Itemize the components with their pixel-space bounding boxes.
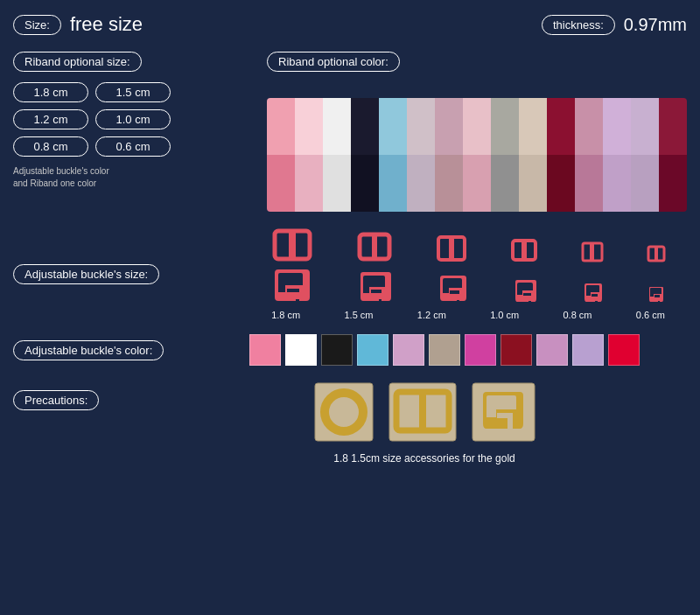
buckle-label-0-6: 0.6 cm — [636, 310, 665, 320]
stripe-10 — [519, 98, 547, 212]
svg-rect-13 — [378, 293, 384, 299]
gold-ring-icon — [313, 381, 374, 443]
gold-note-text: 1.8 1.5cm size accessories for the gold — [333, 452, 514, 465]
stripe-2 — [295, 98, 323, 212]
buckle-size-left: Adjustable buckle's size: — [13, 227, 241, 320]
gold-note: 1.8 1.5cm size accessories for the gold — [162, 450, 687, 465]
gold-g-buckle-icon — [471, 381, 536, 443]
buckle-top-row — [249, 227, 687, 262]
riband-size-left: Riband optional size: 1.8 cm 1.5 cm 1.2 … — [13, 52, 241, 212]
swatch-mauve[interactable] — [536, 334, 568, 366]
stripe-4 — [351, 98, 379, 212]
svg-rect-22 — [419, 392, 426, 430]
buckle-size-label: Adjustable buckle's size: — [13, 264, 159, 284]
thickness-info: thickness: 0.97mm — [542, 15, 687, 35]
stripe-5 — [379, 98, 407, 212]
buckle-g-1-0 — [513, 278, 539, 304]
buckle-color-section: Adjustable buckle's color: — [13, 334, 687, 366]
buckle-g-0-8 — [583, 282, 604, 304]
stripe-3 — [323, 98, 351, 212]
precautions-left: Precautions: — [13, 381, 153, 465]
svg-rect-5 — [449, 237, 454, 260]
riband-section: Riband optional size: 1.8 cm 1.5 cm 1.2 … — [13, 52, 687, 212]
swatch-tan[interactable] — [429, 334, 460, 366]
size-1-0[interactable]: 1.0 cm — [95, 109, 171, 129]
svg-rect-1 — [289, 231, 296, 259]
thickness-label: thickness: — [542, 15, 615, 35]
gold-accessories — [162, 381, 687, 443]
buckle-label-1-0: 1.0 cm — [490, 310, 519, 320]
buckle-g-0-6 — [648, 285, 665, 304]
buckle-color-swatches — [249, 334, 687, 366]
stripe-1 — [267, 98, 295, 212]
swatch-white[interactable] — [285, 334, 317, 366]
buckle-top-0-6 — [647, 245, 666, 262]
buckle-top-1-5 — [356, 231, 393, 262]
svg-rect-16 — [594, 297, 598, 301]
swatch-red[interactable] — [608, 334, 640, 366]
buckle-g-1-8 — [271, 266, 313, 304]
riband-color-right: Riband optional color: — [267, 52, 687, 212]
size-1-2[interactable]: 1.2 cm — [13, 109, 88, 129]
stripe-14 — [631, 98, 659, 212]
buckle-size-labels: 1.8 cm 1.5 cm 1.2 cm 1.0 cm 0.8 cm 0.6 c… — [249, 310, 687, 320]
stripe-9 — [491, 98, 519, 212]
riband-color-header: Riband optional color: — [267, 52, 687, 72]
size-info: Size: free size — [13, 13, 143, 36]
svg-rect-7 — [522, 241, 527, 260]
swatch-magenta[interactable] — [465, 334, 496, 366]
svg-rect-15 — [528, 296, 533, 301]
size-1-8[interactable]: 1.8 cm — [13, 82, 88, 102]
buckle-top-1-2 — [436, 234, 467, 262]
buckle-bottom-row — [249, 266, 687, 304]
svg-rect-11 — [654, 247, 658, 261]
buckle-label-1-8: 1.8 cm — [271, 310, 300, 320]
gold-rect-buckle-icon — [388, 381, 458, 443]
top-row: Size: free size thickness: 0.97mm — [13, 13, 687, 36]
buckle-g-1-2 — [438, 273, 469, 304]
stripe-13 — [603, 98, 631, 212]
buckle-color-left: Adjustable buckle's color: — [13, 340, 241, 360]
buckle-top-0-8 — [581, 241, 604, 262]
stripe-6 — [407, 98, 435, 212]
svg-rect-17 — [657, 297, 661, 301]
precautions-right: 1.8 1.5cm size accessories for the gold — [162, 381, 687, 465]
riband-note: Adjustable buckle's color and Riband one… — [13, 165, 241, 190]
swatch-pink[interactable] — [249, 334, 281, 366]
riband-optional-size-label: Riband optional size: — [13, 52, 142, 72]
buckle-label-1-5: 1.5 cm — [344, 310, 373, 320]
swatch-black[interactable] — [321, 334, 353, 366]
gold-g-buckle-container — [471, 381, 536, 443]
size-label: Size: — [13, 15, 61, 35]
buckle-color-label: Adjustable buckle's color: — [13, 340, 164, 360]
stripe-7 — [435, 98, 463, 212]
buckle-top-1-8 — [271, 227, 313, 262]
swatch-lavender[interactable] — [393, 334, 424, 366]
size-value: free size — [70, 13, 143, 36]
buckle-top-1-0 — [510, 238, 538, 262]
swatch-blue[interactable] — [357, 334, 388, 366]
color-stripes — [267, 98, 687, 212]
size-0-6[interactable]: 0.6 cm — [95, 136, 171, 157]
buckle-label-1-2: 1.2 cm — [417, 310, 446, 320]
buckle-label-0-8: 0.8 cm — [563, 310, 592, 320]
stripe-15 — [659, 98, 687, 212]
swatch-dark-red[interactable] — [500, 334, 532, 366]
stripe-8 — [463, 98, 491, 212]
gold-rect-buckle-container — [388, 381, 458, 443]
riband-sizes: 1.8 cm 1.5 cm 1.2 cm 1.0 cm 0.8 cm 0.6 c… — [13, 82, 171, 157]
size-0-8[interactable]: 0.8 cm — [13, 136, 88, 157]
precautions-label: Precautions: — [13, 390, 99, 410]
swatch-purple[interactable] — [572, 334, 604, 366]
buckle-g-1-5 — [357, 269, 394, 304]
gold-ring-container — [313, 381, 374, 443]
note-line2: and Riband one color — [13, 178, 96, 188]
svg-rect-3 — [372, 234, 377, 259]
thickness-value: 0.97mm — [624, 15, 687, 35]
precautions-section: Precautions: — [13, 381, 687, 465]
buckle-size-section: Adjustable buckle's size: — [13, 227, 687, 320]
svg-rect-14 — [456, 294, 462, 300]
size-1-5[interactable]: 1.5 cm — [95, 82, 171, 102]
riband-size-header: Riband optional size: — [13, 52, 241, 72]
stripe-11 — [547, 98, 575, 212]
